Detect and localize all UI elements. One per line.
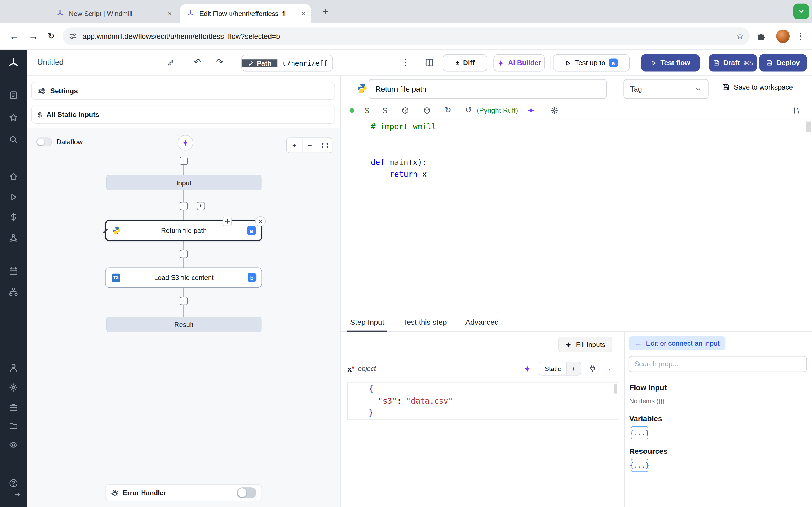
- sidebar-item-runs[interactable]: [8, 192, 18, 202]
- step-name-input[interactable]: Return file path: [369, 79, 607, 99]
- sidebar-item-settings[interactable]: [8, 382, 18, 393]
- editor-scrollbar[interactable]: [806, 122, 811, 132]
- ai-builder-button[interactable]: AI Builder: [493, 54, 545, 71]
- flow-node-input[interactable]: Input: [106, 175, 262, 190]
- reload-button[interactable]: ↻: [48, 31, 55, 41]
- new-tab-button[interactable]: +: [318, 4, 333, 18]
- edit-title-pencil-icon[interactable]: [167, 59, 174, 66]
- redo-button[interactable]: ↷: [216, 57, 223, 68]
- docs-book-icon[interactable]: [424, 58, 434, 67]
- flow-node-step-b[interactable]: TS Load S3 file content b: [105, 268, 262, 288]
- diff-button[interactable]: ± Diff: [443, 54, 487, 71]
- variable-picker-icon[interactable]: $: [364, 106, 369, 115]
- url-bar[interactable]: app.windmill.dev/flows/edit/u/henri/effo…: [63, 27, 750, 45]
- browser-tab-active[interactable]: Edit Flow u/henri/effortless_fl ×: [180, 4, 311, 23]
- ai-fill-icon[interactable]: [523, 365, 530, 372]
- draft-button[interactable]: Draft ⌘S: [709, 54, 757, 71]
- search-prop-input[interactable]: [629, 356, 807, 372]
- save-to-workspace-button[interactable]: Save to workspace: [722, 83, 793, 91]
- ai-flow-button[interactable]: [177, 135, 193, 151]
- zoom-out-button[interactable]: −: [302, 138, 317, 152]
- sidebar-item-flows[interactable]: [8, 287, 18, 297]
- sidebar-item-audit[interactable]: [8, 440, 18, 450]
- sidebar-item-resources[interactable]: [8, 233, 18, 243]
- tab-step-input[interactable]: Step Input: [350, 314, 384, 331]
- sidebar-item-users[interactable]: [8, 363, 18, 373]
- browser-menu-icon[interactable]: ⋮: [795, 31, 806, 41]
- play-icon: [651, 60, 657, 66]
- profile-avatar[interactable]: [776, 29, 790, 43]
- json-input-editor[interactable]: { "s3": "data.csv"}: [347, 382, 619, 420]
- site-settings-icon[interactable]: [69, 32, 77, 40]
- tab-test-this-step[interactable]: Test this step: [403, 314, 447, 331]
- sidebar-item-apps[interactable]: [8, 90, 18, 101]
- reload-icon[interactable]: ↻: [445, 106, 451, 115]
- static-mode-button[interactable]: Static: [539, 362, 567, 375]
- code-editor[interactable]: # import wmill def main(x): return x: [341, 119, 812, 313]
- resources-braces-button[interactable]: {...}: [631, 459, 648, 472]
- library-icon[interactable]: [793, 106, 801, 114]
- test-up-to-button[interactable]: Test up to a: [553, 54, 630, 71]
- editor-settings-gear-icon[interactable]: [551, 106, 559, 114]
- flow-node-step-a[interactable]: Return file path a ×: [105, 220, 262, 241]
- path-button[interactable]: Path: [242, 59, 278, 67]
- more-menu-icon[interactable]: ⋮: [401, 57, 410, 68]
- delete-step-button[interactable]: ×: [255, 216, 266, 227]
- tab-capture-indicator-button[interactable]: [794, 4, 809, 19]
- json-scrollbar[interactable]: [614, 384, 617, 394]
- reset-icon[interactable]: ↺: [465, 106, 472, 115]
- expression-mode-button[interactable]: ƒ: [566, 362, 580, 375]
- dataflow-toggle[interactable]: [36, 138, 52, 147]
- all-static-inputs-button[interactable]: $ All Static Inputs: [31, 106, 335, 124]
- back-button[interactable]: ←: [9, 30, 19, 41]
- sidebar-item-search[interactable]: [8, 135, 18, 145]
- edit-or-connect-button[interactable]: ← Edit or connect an input: [629, 336, 726, 350]
- trigger-bolt-button[interactable]: [197, 202, 205, 210]
- edit-step-pencil-icon[interactable]: [103, 228, 109, 234]
- move-step-handle[interactable]: [223, 217, 232, 226]
- sidebar-item-workers[interactable]: [8, 402, 18, 412]
- arrow-right-icon[interactable]: →: [604, 364, 612, 373]
- insert-step-button[interactable]: +: [180, 202, 188, 210]
- flow-canvas[interactable]: Dataflow + − + Input +: [27, 128, 340, 507]
- sidebar-item-schedules[interactable]: [8, 266, 18, 276]
- fill-inputs-button[interactable]: Fill inputs: [558, 337, 612, 352]
- flow-node-result[interactable]: Result: [106, 317, 262, 332]
- test-flow-button[interactable]: Test flow: [641, 54, 700, 71]
- sidebar-item-folders[interactable]: [8, 420, 18, 431]
- bookmark-star-icon[interactable]: ☆: [736, 31, 744, 41]
- tag-select-value: Tag: [630, 85, 642, 93]
- connect-input-plug-icon[interactable]: [589, 365, 597, 373]
- path-value[interactable]: u/henri/eff: [278, 59, 333, 67]
- sidebar-item-favorites[interactable]: [8, 112, 18, 123]
- fit-view-button[interactable]: [317, 138, 332, 152]
- error-handler-row[interactable]: Error Handler: [105, 484, 262, 501]
- windmill-logo[interactable]: [7, 57, 20, 69]
- package-icon[interactable]: [423, 106, 431, 114]
- tag-select[interactable]: Tag: [623, 79, 708, 99]
- extensions-puzzle-icon[interactable]: [756, 31, 765, 41]
- sidebar-item-collapse[interactable]: [12, 490, 23, 500]
- sidebar-item-home[interactable]: [8, 171, 18, 182]
- insert-step-button[interactable]: +: [180, 297, 188, 305]
- browser-tab-inactive[interactable]: New Script | Windmill ×: [50, 4, 177, 23]
- package-icon[interactable]: [401, 106, 409, 114]
- ai-sparkle-icon[interactable]: [527, 106, 535, 114]
- node-label: Input: [176, 179, 191, 187]
- tab-close-icon[interactable]: ×: [162, 9, 172, 17]
- sidebar-item-help[interactable]: [8, 478, 18, 489]
- settings-row-button[interactable]: Settings: [31, 82, 335, 100]
- tab-advanced[interactable]: Advanced: [465, 314, 499, 331]
- insert-step-button[interactable]: +: [180, 157, 188, 165]
- variables-braces-button[interactable]: {...}: [631, 426, 648, 439]
- path-editor[interactable]: Path u/henri/eff: [241, 55, 333, 71]
- zoom-in-button[interactable]: +: [287, 138, 302, 152]
- deploy-button[interactable]: Deploy: [759, 54, 807, 71]
- tab-close-icon[interactable]: ×: [296, 9, 305, 17]
- sidebar-item-variables[interactable]: [8, 212, 18, 223]
- forward-button[interactable]: →: [29, 30, 38, 41]
- error-handler-toggle[interactable]: [237, 487, 256, 498]
- undo-button[interactable]: ↶: [194, 57, 201, 68]
- resource-picker-icon[interactable]: $: [383, 106, 387, 115]
- insert-step-button[interactable]: +: [180, 250, 188, 258]
